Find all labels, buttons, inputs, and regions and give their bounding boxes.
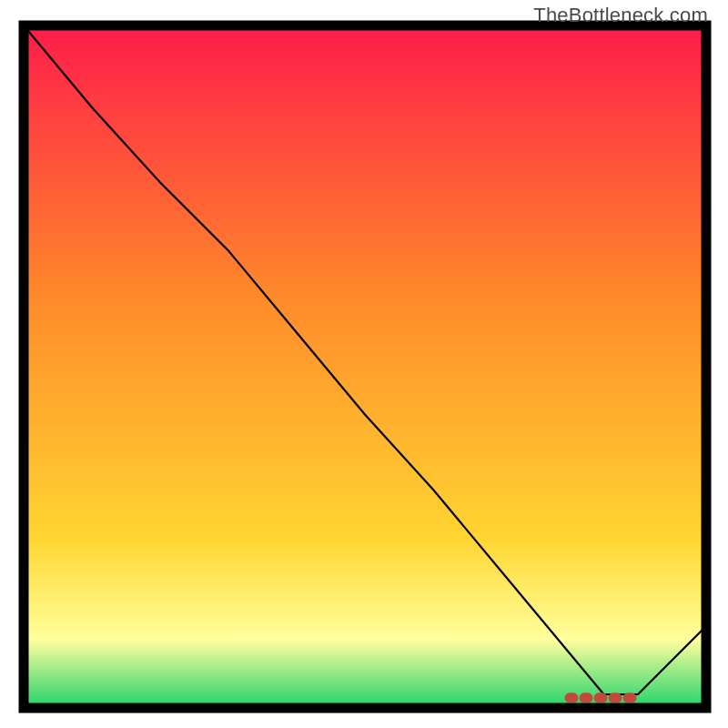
watermark-label: TheBottleneck.com (533, 4, 708, 27)
bottleneck-chart (0, 0, 728, 728)
gradient-background (24, 25, 706, 708)
